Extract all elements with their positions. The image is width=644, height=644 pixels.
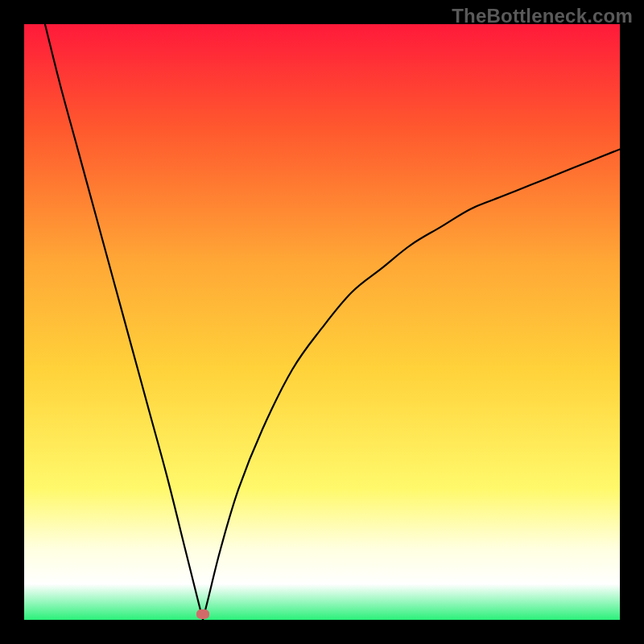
plot-background bbox=[24, 24, 620, 620]
minimum-marker bbox=[196, 609, 209, 619]
watermark-text: TheBottleneck.com bbox=[452, 5, 633, 27]
figure-frame: TheBottleneck.com bbox=[0, 0, 644, 644]
bottleneck-chart bbox=[24, 24, 620, 620]
